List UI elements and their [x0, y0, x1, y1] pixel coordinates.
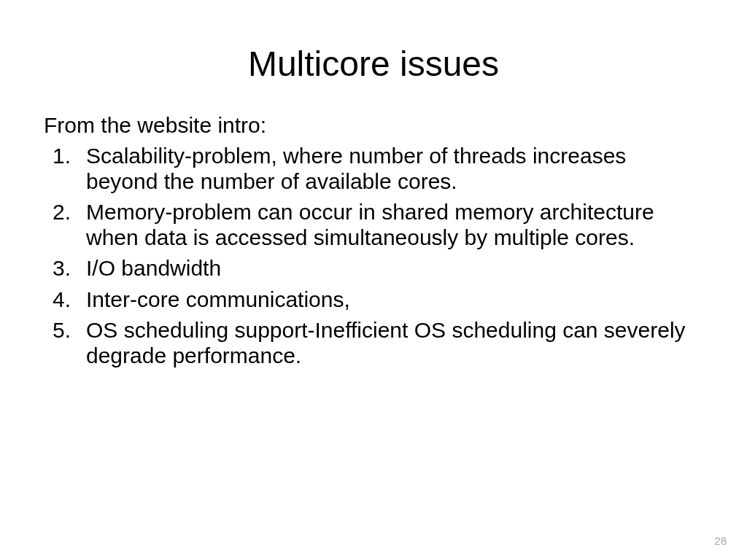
list-item: OS scheduling support-Inefficient OS sch…	[44, 318, 703, 368]
intro-text: From the website intro:	[44, 113, 703, 138]
list-item: I/O bandwidth	[44, 256, 703, 281]
slide-title: Multicore issues	[44, 44, 703, 84]
page-number: 28	[714, 534, 727, 547]
list-item: Scalability-problem, where number of thr…	[44, 144, 703, 194]
list-item: Inter-core communications,	[44, 287, 703, 313]
list-item: Memory-problem can occur in shared memor…	[44, 200, 703, 250]
slide-container: Multicore issues From the website intro:…	[0, 0, 747, 560]
issues-list: Scalability-problem, where number of thr…	[44, 144, 703, 368]
